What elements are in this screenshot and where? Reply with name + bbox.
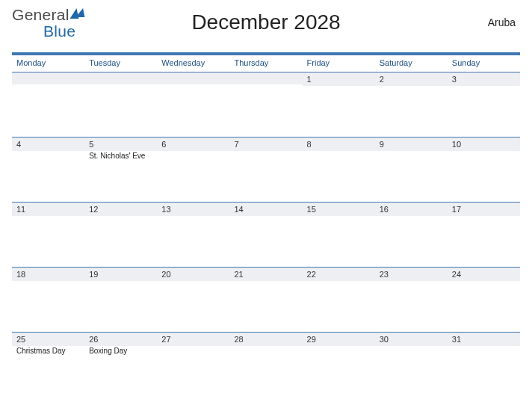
day-cell: 10 [448,137,520,202]
day-number [157,72,229,84]
day-cell: 11 [12,203,84,267]
day-number: 31 [448,333,520,346]
day-number: 6 [157,137,229,151]
day-cell [84,72,157,137]
day-cell: 15 [303,203,375,267]
day-number: 14 [229,203,302,216]
day-number: 4 [12,137,84,151]
day-cell: 9 [375,137,448,202]
day-cell: 19 [84,268,157,332]
day-number: 5 [84,137,157,151]
day-number: 9 [375,137,448,151]
day-cell: 4 [12,137,84,202]
day-cell: 24 [448,268,520,332]
day-cell [12,72,84,137]
day-number: 19 [84,268,157,281]
day-cell: 20 [157,268,229,332]
region-label: Aruba [488,16,516,28]
day-header: Wednesday [157,55,229,72]
day-number [84,72,157,84]
day-number [12,72,84,84]
logo-icon [69,8,81,19]
day-cell: 12 [84,203,157,267]
day-number: 11 [12,203,84,216]
day-number: 16 [375,203,448,216]
day-number: 28 [229,333,302,346]
logo: General Blue [12,6,80,24]
day-number: 3 [448,72,520,86]
event-label: Boxing Day [84,346,157,356]
day-header: Sunday [448,55,520,72]
day-number: 25 [12,333,84,346]
day-cell [229,72,302,137]
day-header-row: Monday Tuesday Wednesday Thursday Friday… [12,55,520,72]
week-row: 18192021222324 [12,267,520,332]
header: General Blue December 2028 Aruba [0,0,532,46]
week-row: 45St. Nicholas' Eve678910 [12,137,520,202]
logo-text-blue: Blue [43,22,75,40]
day-header: Tuesday [84,55,157,72]
day-cell: 6 [157,137,229,202]
day-cell: 21 [229,268,302,332]
day-cell: 26Boxing Day [84,333,157,397]
day-number [229,72,302,84]
week-row: 123 [12,72,520,137]
week-row: 11121314151617 [12,202,520,267]
day-cell: 31 [448,333,520,397]
day-number: 8 [303,137,375,151]
day-cell: 25Christmas Day [12,333,84,397]
day-cell: 16 [375,203,448,267]
day-cell: 14 [229,203,302,267]
day-number: 27 [157,333,229,346]
day-number: 21 [229,268,302,281]
day-cell: 29 [303,333,375,397]
event-label: Christmas Day [12,346,84,356]
day-cell: 18 [12,268,84,332]
day-header: Friday [303,55,375,72]
day-cell: 7 [229,137,302,202]
day-cell: 13 [157,203,229,267]
event-label: St. Nicholas' Eve [84,151,157,161]
calendar: Monday Tuesday Wednesday Thursday Friday… [12,52,520,397]
day-number: 12 [84,203,157,216]
day-number: 13 [157,203,229,216]
logo-text-general: General [12,6,69,24]
day-number: 1 [303,72,375,86]
day-number: 30 [375,333,448,346]
day-number: 20 [157,268,229,281]
day-cell: 1 [303,72,375,137]
day-number: 22 [303,268,375,281]
day-cell: 2 [375,72,448,137]
day-cell: 30 [375,333,448,397]
day-number: 17 [448,203,520,216]
day-header: Monday [12,55,84,72]
day-number: 24 [448,268,520,281]
day-header: Thursday [229,55,302,72]
day-cell: 3 [448,72,520,137]
day-cell: 5St. Nicholas' Eve [84,137,157,202]
day-number: 23 [375,268,448,281]
day-cell: 17 [448,203,520,267]
day-cell: 8 [303,137,375,202]
day-cell [157,72,229,137]
day-cell: 23 [375,268,448,332]
day-cell: 28 [229,333,302,397]
day-number: 10 [448,137,520,151]
day-number: 2 [375,72,448,86]
week-row: 25Christmas Day26Boxing Day2728293031 [12,332,520,397]
day-number: 26 [84,333,157,346]
day-cell: 22 [303,268,375,332]
weeks-container: 12345St. Nicholas' Eve678910111213141516… [12,72,520,397]
day-number: 15 [303,203,375,216]
day-cell: 27 [157,333,229,397]
day-number: 29 [303,333,375,346]
day-number: 7 [229,137,302,151]
day-number: 18 [12,268,84,281]
day-header: Saturday [375,55,448,72]
